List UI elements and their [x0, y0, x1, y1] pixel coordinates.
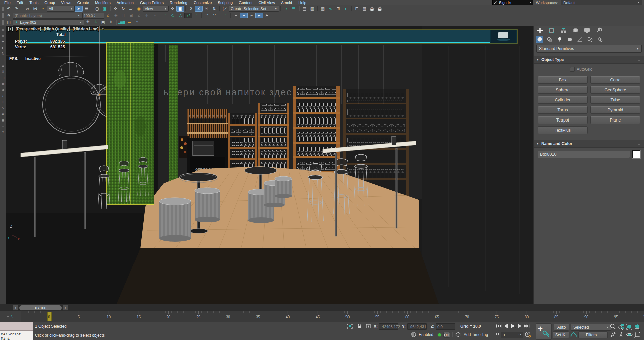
set-key-button[interactable]: Set K.	[553, 331, 569, 338]
systems-category-icon[interactable]	[596, 36, 604, 43]
next-frame-step-button[interactable]	[516, 323, 523, 329]
toggle-scene-explorer-icon[interactable]: ▤	[301, 6, 308, 12]
viewport-style-label[interactable]: [Hidden Line]	[73, 27, 99, 31]
object-name-input[interactable]	[538, 151, 630, 158]
percent-snap-toggle-icon[interactable]: %	[203, 6, 210, 12]
snaps-toggle-icon[interactable]: 3	[187, 6, 195, 12]
menu-item[interactable]: Animation	[114, 1, 137, 5]
grid-people-icon[interactable]: ∵	[211, 13, 218, 18]
absolute-offset-mode-icon[interactable]	[366, 324, 371, 330]
bind-to-space-warp-icon[interactable]: ≈	[39, 6, 47, 12]
select-and-place-icon[interactable]: ◉	[135, 6, 143, 12]
zoom-icon[interactable]	[610, 323, 616, 331]
cameras-category-icon[interactable]	[566, 36, 574, 43]
side-toolbar-button-7[interactable]: ⊞	[0, 63, 6, 68]
curve-editor-icon[interactable]: ∿	[327, 6, 334, 12]
x-coordinate-field[interactable]: -42498,172	[379, 323, 398, 330]
maxscript-input[interactable]: MAXScript Mini	[0, 331, 33, 340]
shapes-category-icon[interactable]	[546, 36, 553, 43]
key-filters-button[interactable]: Filters...	[578, 331, 608, 338]
z-coordinate-field[interactable]: 0,0	[436, 323, 455, 330]
toolbar-grip[interactable]	[2, 7, 4, 11]
menu-item[interactable]: Modifiers	[92, 1, 114, 5]
side-toolbar-button-3[interactable]: ✛	[0, 39, 6, 44]
layer-opacity-spinner[interactable]: 100,0▲▼	[82, 13, 104, 19]
select-and-move-icon[interactable]: ✛	[112, 6, 119, 12]
edit-named-selection-sets-icon[interactable]: {✓	[221, 6, 229, 12]
zoom-extents-all-icon[interactable]	[634, 323, 641, 331]
object-color-swatch[interactable]	[632, 150, 640, 158]
render-setup-icon[interactable]: ⊡	[353, 6, 361, 12]
maxscript-mini-listener[interactable]: MAXScript Mini	[0, 322, 33, 340]
primitive-button[interactable]: Cone	[590, 76, 640, 84]
zoom-extents-selected-icon[interactable]	[626, 323, 633, 331]
helpers-category-icon[interactable]	[576, 36, 584, 43]
rectangular-selection-region-icon[interactable]: ▢	[93, 6, 101, 12]
perspective-viewport[interactable]: ыбери свой напиток здесь GET TO NEXT LEV…	[6, 26, 533, 304]
rendered-frame-window-icon[interactable]: ▦	[361, 6, 368, 12]
return-to-top-level-icon[interactable]: ⌂	[104, 13, 112, 18]
render-in-cloud-icon[interactable]: ☕	[376, 6, 384, 12]
reference-coordinate-select[interactable]: View▼	[143, 6, 169, 12]
menu-item[interactable]: Content	[236, 1, 255, 5]
create-layer-icon[interactable]: ✚	[112, 13, 120, 18]
track-grip[interactable]	[7, 314, 9, 319]
object-type-rollout-header[interactable]: ▼ Object Type	[534, 56, 644, 64]
menu-item[interactable]: Civil View	[255, 1, 278, 5]
selection-lock-icon[interactable]	[357, 323, 362, 330]
grid-points-icon[interactable]: ∷	[203, 13, 211, 18]
previous-frame-button[interactable]: <	[13, 305, 18, 311]
side-toolbar-button-18[interactable]: ?	[0, 130, 6, 134]
isolate-warning-icon[interactable]: ▬	[125, 19, 133, 25]
side-toolbar-button-9[interactable]: ◫	[0, 76, 6, 80]
menu-item[interactable]: Edit	[14, 1, 26, 5]
space-warps-category-icon[interactable]	[586, 36, 594, 43]
timeline-ruler[interactable]: 0510152025303540455055606570758085909510…	[21, 311, 644, 322]
auto-key-button[interactable]: Auto	[554, 324, 569, 331]
field-of-view-icon[interactable]	[610, 331, 616, 339]
side-toolbar-button-17[interactable]: ≡	[0, 124, 6, 128]
ortho-snap-icon[interactable]: ⌐	[255, 13, 263, 18]
motion-tab-icon[interactable]	[572, 27, 579, 34]
manage-layers-icon[interactable]: ≋	[5, 13, 13, 18]
toggle-layer-explorer-icon[interactable]: ▥	[308, 6, 316, 12]
menu-item[interactable]: File	[1, 1, 14, 5]
scene-explorer-window-icon[interactable]: ◫	[5, 19, 13, 25]
viewport-filter-icon[interactable]: ▼	[101, 27, 105, 31]
polar-snap-icon[interactable]: ➤	[263, 13, 271, 18]
unlink-selection-icon[interactable]: ⋈	[31, 6, 39, 12]
menu-item[interactable]: Tools	[26, 1, 41, 5]
primitive-button[interactable]: Torus	[538, 106, 588, 114]
enabled-count-badge[interactable]: 0	[443, 332, 450, 338]
viewport-pov-label[interactable]: [Perspective]	[16, 27, 41, 31]
menu-item[interactable]: Views	[58, 1, 74, 5]
primitive-button[interactable]: Pyramid	[590, 106, 640, 114]
menu-item[interactable]: Customize	[191, 1, 215, 5]
primitive-button[interactable]: Tube	[590, 96, 640, 104]
snap-25d-icon[interactable]: ⌐	[240, 13, 248, 18]
next-frame-button[interactable]: >	[63, 305, 68, 311]
workspaces-select[interactable]: Default ▼	[561, 0, 642, 5]
toggle-ribbon-icon[interactable]: ▦	[319, 6, 327, 12]
maxscript-output[interactable]	[0, 322, 33, 331]
toolbar-grip[interactable]	[2, 13, 4, 18]
frame-spinner-arrows[interactable]	[495, 332, 500, 337]
side-toolbar-button-2[interactable]: ▤	[0, 33, 6, 38]
side-toolbar-button-14[interactable]: ∿	[0, 106, 6, 110]
window-crossing-icon[interactable]: ▣	[101, 6, 109, 12]
menu-item[interactable]: Rendering	[167, 1, 191, 5]
key-filters-curve-icon[interactable]	[570, 331, 577, 338]
snap-2d-icon[interactable]: ⌐	[232, 13, 240, 18]
named-selection-set-select[interactable]: Create Selection Set▼	[229, 6, 279, 12]
autogrid-checkbox[interactable]	[570, 67, 575, 72]
mini-curve-editor-icon[interactable]: ∿	[10, 314, 14, 319]
primitive-button[interactable]: Teapot	[538, 116, 588, 124]
primitive-button[interactable]: Plane	[590, 116, 640, 124]
spinner-snap-toggle-icon[interactable]: ⇅	[210, 6, 218, 12]
enable-layers-select[interactable]: (Enable Layers)▼	[13, 13, 82, 19]
geometry-category-icon[interactable]	[536, 36, 543, 43]
use-selection-center-icon[interactable]: ▣	[176, 6, 184, 12]
undo-icon[interactable]: ↶	[5, 6, 13, 12]
primitive-button[interactable]: Sphere	[538, 86, 588, 94]
help-icon[interactable]: ?	[133, 19, 141, 25]
